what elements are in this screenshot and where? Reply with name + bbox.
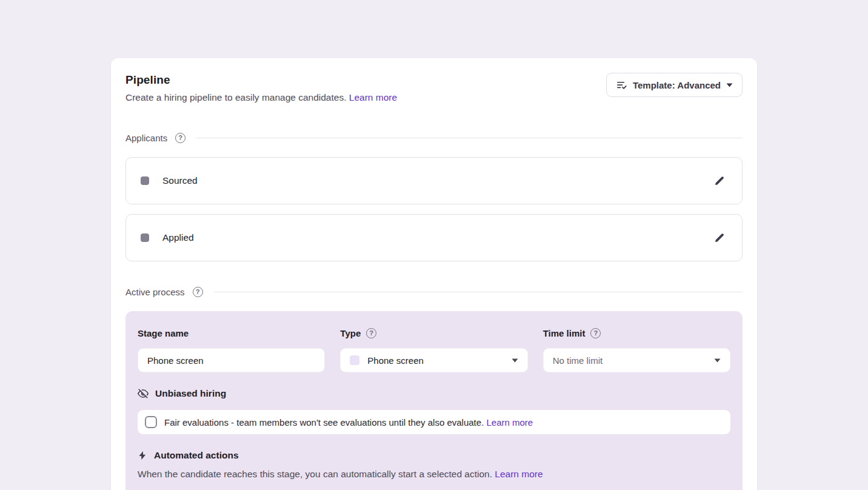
fair-evaluations-row: Fair evaluations - team members won't se… <box>138 410 730 434</box>
pencil-icon <box>713 232 725 244</box>
type-select-value: Phone screen <box>367 355 424 366</box>
active-process-section-label: Active process <box>125 287 185 297</box>
time-limit-select[interactable]: No time limit <box>543 348 730 372</box>
applicants-help-icon[interactable] <box>175 133 185 143</box>
edit-stage-button[interactable] <box>711 230 727 246</box>
template-dropdown-button[interactable]: Template: Advanced <box>606 73 743 97</box>
fair-evaluations-checkbox[interactable] <box>145 416 157 428</box>
stage-row-sourced[interactable]: Sourced <box>125 157 743 204</box>
type-field: Type Phone screen <box>340 326 527 372</box>
active-process-section-header: Active process <box>125 285 743 298</box>
type-help-icon[interactable] <box>366 328 376 338</box>
chevron-down-icon <box>726 83 733 87</box>
stage-name-label: Sourced <box>162 175 198 186</box>
stage-name-field: Stage name <box>138 326 325 372</box>
automated-actions-header: Automated actions <box>138 450 730 461</box>
active-stage-panel: Stage name Type Phone screen <box>125 311 743 490</box>
lightning-bolt-icon <box>138 450 147 461</box>
time-limit-select-value: No time limit <box>553 355 603 366</box>
pencil-icon <box>713 175 725 187</box>
automated-actions-description: When the candidate reaches this stage, y… <box>138 469 730 480</box>
time-limit-field-label: Time limit <box>543 328 586 338</box>
stage-name-input[interactable] <box>138 348 325 372</box>
unbiased-hiring-title: Unbiased hiring <box>155 388 226 399</box>
section-divider <box>214 292 743 292</box>
applicants-section-label: Applicants <box>125 133 167 143</box>
chevron-down-icon <box>512 358 518 363</box>
stage-fields-row: Stage name Type Phone screen <box>138 326 730 372</box>
unbiased-hiring-header: Unbiased hiring <box>138 388 730 399</box>
automated-learn-more-link[interactable]: Learn more <box>495 469 542 479</box>
stage-name-label: Applied <box>162 232 194 243</box>
eye-off-icon <box>138 388 149 399</box>
applicants-section-header: Applicants <box>125 131 743 144</box>
time-limit-help-icon[interactable] <box>590 328 601 338</box>
section-divider <box>196 138 743 138</box>
unbiased-learn-more-link[interactable]: Learn more <box>486 417 533 428</box>
type-select[interactable]: Phone screen <box>340 348 527 372</box>
template-button-label: Template: Advanced <box>633 80 721 90</box>
time-limit-field: Time limit No time limit <box>543 326 730 372</box>
fair-evaluations-label: Fair evaluations - team members won't se… <box>164 417 533 428</box>
active-process-help-icon[interactable] <box>193 287 203 297</box>
automated-actions-title: Automated actions <box>154 450 239 461</box>
header-learn-more-link[interactable]: Learn more <box>349 92 397 102</box>
stage-row-applied[interactable]: Applied <box>125 214 743 261</box>
chevron-down-icon <box>714 358 721 363</box>
subtitle-text: Create a hiring pipeline to easily manag… <box>125 92 346 102</box>
stage-color-swatch <box>141 176 149 185</box>
edit-stage-button[interactable] <box>711 173 727 189</box>
stage-color-swatch <box>141 233 149 242</box>
list-check-icon <box>616 79 627 91</box>
type-color-swatch <box>350 355 359 365</box>
type-field-label: Type <box>340 328 361 338</box>
stage-name-field-label: Stage name <box>138 328 189 338</box>
pipeline-card: Pipeline Create a hiring pipeline to eas… <box>111 58 757 490</box>
